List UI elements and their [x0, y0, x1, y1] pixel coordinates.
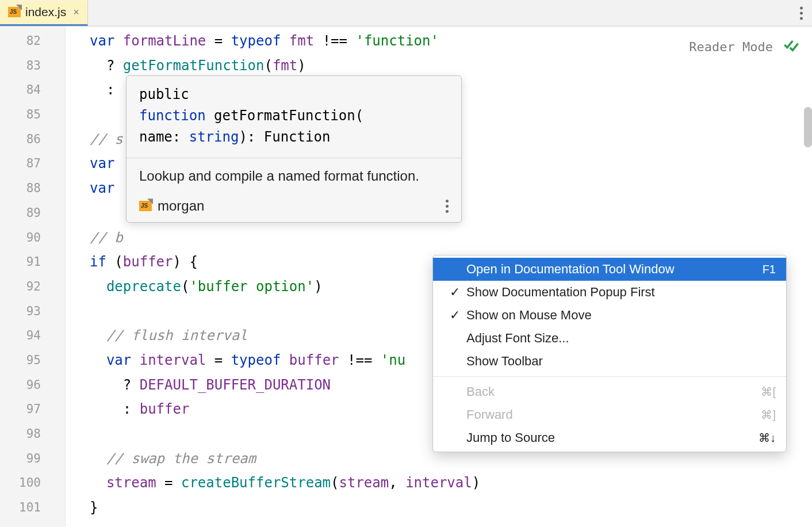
line-number: 91 — [0, 250, 65, 274]
code-line: ? getFormatFunction(fmt) — [66, 54, 812, 78]
line-number: 96 — [0, 373, 65, 398]
line-number: 99 — [0, 446, 65, 471]
scrollbar-track[interactable] — [804, 26, 812, 527]
line-number: 98 — [0, 422, 65, 446]
menu-label: Show Toolbar — [466, 354, 776, 369]
doc-return-type: Function — [264, 129, 331, 145]
line-number: 83 — [0, 54, 65, 78]
menu-shortcut: ⌘[ — [761, 385, 776, 399]
js-file-icon — [139, 201, 152, 211]
reader-mode-label[interactable]: Reader Mode — [689, 40, 773, 54]
editor-tab[interactable]: index.js × — [0, 1, 88, 26]
line-number: 94 — [0, 323, 65, 348]
line-number: 92 — [0, 274, 65, 299]
menu-item-adjust-font-size[interactable]: Adjust Font Size... — [433, 327, 786, 350]
doc-func-name: getFormatFunction( — [206, 108, 364, 124]
check-icon: ✓ — [443, 308, 466, 323]
menu-item-show-toolbar[interactable]: Show Toolbar — [433, 350, 786, 373]
code-line: } — [66, 495, 812, 520]
doc-modifier: public — [139, 86, 189, 102]
context-menu: Open in Documentation Tool Window F1 ✓ S… — [432, 255, 787, 452]
line-number: 93 — [0, 299, 65, 324]
check-icon: ✓ — [443, 285, 466, 300]
menu-item-forward: Forward ⌘] — [433, 403, 786, 426]
reader-mode-bar: Reader Mode — [689, 37, 799, 56]
line-number: 88 — [0, 176, 65, 201]
line-number: 85 — [0, 102, 65, 127]
tab-bar: index.js × — [0, 0, 812, 26]
menu-separator — [433, 376, 786, 377]
menu-label: Show on Mouse Move — [466, 308, 776, 323]
menu-shortcut: ⌘↓ — [759, 431, 776, 445]
doc-param-type: string — [189, 129, 239, 145]
menu-item-show-on-mouse-move[interactable]: ✓ Show on Mouse Move — [433, 304, 786, 327]
menu-label: Show Documentation Popup First — [466, 285, 776, 300]
menu-label: Jump to Source — [466, 430, 759, 445]
line-number: 95 — [0, 348, 65, 373]
inspection-ok-icon[interactable] — [783, 37, 799, 56]
doc-description: Lookup and compile a named format functi… — [127, 158, 461, 195]
tab-file-name: index.js — [25, 5, 66, 19]
line-number: 82 — [0, 29, 65, 54]
menu-item-show-doc-popup-first[interactable]: ✓ Show Documentation Popup First — [433, 281, 786, 304]
gutter: 82 83 84 85 86 87 88 89 90 91 92 93 94 9… — [0, 26, 66, 527]
menu-label: Forward — [466, 407, 761, 422]
doc-keyword: function — [139, 108, 206, 124]
doc-footer: morgan — [127, 194, 461, 222]
menu-item-open-doc-window[interactable]: Open in Documentation Tool Window F1 — [433, 258, 786, 281]
line-number: 89 — [0, 201, 65, 226]
tab-bar-actions — [800, 6, 803, 20]
js-file-icon — [8, 7, 21, 17]
menu-label: Adjust Font Size... — [466, 331, 776, 346]
menu-shortcut: F1 — [763, 263, 776, 276]
line-number: 90 — [0, 226, 65, 250]
scrollbar-thumb[interactable] — [804, 107, 812, 147]
menu-item-jump-to-source[interactable]: Jump to Source ⌘↓ — [433, 426, 786, 449]
menu-label: Open in Documentation Tool Window — [466, 262, 763, 277]
more-vert-icon[interactable] — [446, 200, 449, 213]
menu-label: Back — [466, 384, 761, 399]
close-icon[interactable]: × — [73, 6, 79, 18]
doc-param-name: name — [139, 129, 173, 145]
more-vert-icon[interactable] — [800, 6, 803, 20]
line-number: 84 — [0, 78, 65, 102]
line-number: 100 — [0, 471, 65, 495]
line-number: 86 — [0, 127, 65, 152]
menu-item-back: Back ⌘[ — [433, 380, 786, 403]
line-number: 101 — [0, 495, 65, 520]
doc-source-label: morgan — [158, 198, 204, 214]
doc-signature: public function getFormatFunction( name:… — [127, 76, 461, 158]
line-number: 87 — [0, 151, 65, 176]
code-line: stream = createBufferStream(stream, inte… — [66, 471, 812, 495]
documentation-popup: public function getFormatFunction( name:… — [126, 75, 462, 223]
code-line: // b — [66, 226, 812, 250]
line-number: 97 — [0, 397, 65, 422]
menu-shortcut: ⌘] — [761, 408, 776, 422]
